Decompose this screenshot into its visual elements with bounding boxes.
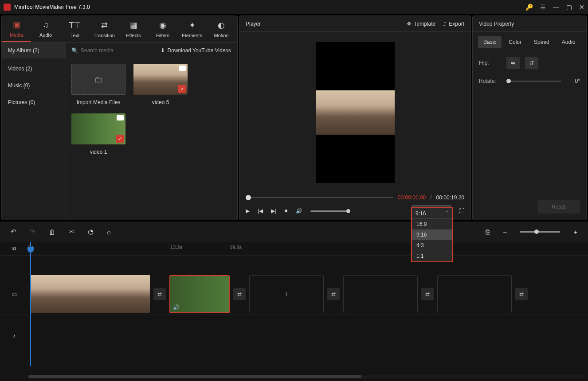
scrubber-handle[interactable]	[246, 195, 251, 200]
tab-text[interactable]: T⊤Text	[60, 16, 90, 42]
menu-icon[interactable]: ☰	[540, 4, 546, 11]
empty-clip-slot[interactable]	[437, 275, 512, 313]
ratio-option-9-16[interactable]: 9:16	[412, 229, 452, 240]
prop-tab-audio[interactable]: Audio	[557, 36, 581, 48]
flip-horizontal-icon: ⇋	[511, 60, 515, 66]
prev-frame-icon[interactable]: |◀	[258, 208, 263, 214]
music-note-icon: ♫	[43, 20, 49, 30]
prop-tab-basic[interactable]: Basic	[478, 36, 502, 48]
rotate-handle[interactable]	[506, 79, 511, 83]
ruler-tick: 19.8s	[230, 245, 242, 250]
prop-tab-color[interactable]: Color	[503, 36, 527, 48]
sidebar-item-videos[interactable]: Videos (2)	[2, 60, 66, 77]
tab-elements[interactable]: ✦Elements	[177, 16, 207, 42]
flip-horizontal-button[interactable]: ⇋	[506, 57, 520, 69]
stop-icon[interactable]: ■	[284, 208, 287, 214]
ratio-option-4-3[interactable]: 4:3	[412, 240, 452, 251]
media-item-video5[interactable]: ✓ video 5	[133, 64, 188, 105]
redo-icon[interactable]: ↷	[30, 228, 35, 236]
transition-slot[interactable]: ⇄	[421, 288, 434, 300]
folder-open-icon: 🗀	[94, 74, 103, 85]
minimize-icon[interactable]: —	[553, 4, 559, 11]
volume-icon[interactable]: 🔊	[296, 208, 302, 214]
preview-canvas	[316, 42, 395, 183]
search-media[interactable]: 🔍	[66, 47, 154, 54]
transition-slot[interactable]: ⇄	[515, 288, 528, 300]
media-label: video 5	[152, 99, 169, 105]
media-panel: ▣Media ♫Audio T⊤Text ⇄Transition ▦Effect…	[1, 16, 238, 220]
rotate-label: Rotate:	[479, 78, 501, 84]
split-icon[interactable]: ✂	[69, 228, 74, 236]
check-icon: ✓	[178, 85, 186, 93]
search-input[interactable]	[81, 47, 147, 54]
rotate-slider[interactable]	[506, 81, 561, 82]
scrubber[interactable]: 00:00:00.00 / 00:00:19.20	[239, 193, 470, 202]
fit-icon[interactable]: ⎘	[486, 228, 490, 236]
play-icon[interactable]: ▶	[246, 208, 250, 214]
template-button[interactable]: ❖Template	[407, 21, 436, 27]
undo-icon[interactable]: ↶	[11, 228, 16, 236]
tab-motion[interactable]: ◐Motion	[207, 16, 236, 42]
preview-frame	[316, 90, 395, 135]
transition-slot[interactable]: ⇄	[233, 288, 246, 300]
export-icon: ⤴	[443, 21, 446, 27]
volume-slider[interactable]	[310, 210, 350, 212]
clip-video1[interactable]: 🔊	[169, 275, 230, 313]
empty-clip-slot[interactable]	[343, 275, 418, 313]
import-media-button[interactable]: 🗀 Import Media Files	[71, 64, 125, 105]
empty-clip-slot[interactable]: ⬇	[249, 275, 324, 313]
reset-button[interactable]: Reset	[537, 200, 580, 214]
fullscreen-icon[interactable]: ⛶	[459, 208, 464, 214]
ratio-option-16-9[interactable]: 16:9	[412, 219, 452, 229]
zoom-in-icon[interactable]: +	[573, 228, 577, 236]
time-separator: /	[430, 194, 431, 201]
timeline-scrollbar[interactable]	[28, 375, 584, 378]
delete-icon[interactable]: 🗑	[49, 228, 55, 236]
flip-vertical-button[interactable]: ⇵	[525, 57, 538, 69]
effects-icon: ▦	[130, 20, 137, 30]
zoom-handle[interactable]	[534, 229, 539, 234]
tab-effects[interactable]: ▦Effects	[119, 16, 148, 42]
player-title: Player	[246, 21, 399, 27]
filters-icon: ◉	[159, 20, 166, 30]
ratio-option-1-1[interactable]: 1:1	[412, 251, 452, 261]
tab-media[interactable]: ▣Media	[2, 16, 31, 42]
ratio-dropdown-header[interactable]: 9:16˅	[412, 208, 452, 219]
tab-audio[interactable]: ♫Audio	[31, 16, 60, 42]
player-panel: Player ❖Template ⤴Export 00:00:00.00 / 0…	[239, 16, 471, 220]
playhead[interactable]	[30, 242, 31, 366]
export-button[interactable]: ⤴Export	[443, 21, 464, 27]
audio-track-icon: ♪	[13, 333, 16, 339]
media-item-video1[interactable]: ✓ video 1	[71, 113, 125, 155]
transition-slot[interactable]: ⇄	[327, 288, 340, 300]
prop-tab-speed[interactable]: Speed	[529, 36, 555, 48]
scrubber-track[interactable]	[246, 197, 393, 198]
audio-track: ♪	[0, 315, 588, 356]
speed-icon[interactable]: ◔	[88, 228, 94, 236]
download-youtube-button[interactable]: ⬇ Download YouTube Videos	[154, 47, 237, 54]
track-add-icon[interactable]: ⧉	[12, 245, 16, 252]
next-frame-icon[interactable]: ▶|	[271, 208, 276, 214]
sidebar-item-pictures[interactable]: Pictures (0)	[2, 94, 66, 111]
timeline-ruler[interactable]: 0s 13.2s 19.8s	[28, 242, 588, 255]
crop-icon[interactable]: ⌂	[107, 228, 111, 236]
tab-filters[interactable]: ◉Filters	[148, 16, 177, 42]
clip-video5[interactable]	[30, 275, 150, 313]
tab-transition[interactable]: ⇄Transition	[90, 16, 119, 42]
close-icon[interactable]: ✕	[579, 4, 584, 11]
timeline: ⧉ 0s 13.2s 19.8s ▭ ⇄ 🔊 ⇄ ⬇ ⇄ ⇄ ⇄ ♪	[0, 242, 588, 381]
zoom-slider[interactable]	[520, 231, 560, 233]
maximize-icon[interactable]: ▢	[566, 4, 572, 11]
titlebar: MiniTool MovieMaker Free 7.3.0 🔑 ☰ — ▢ ✕	[0, 0, 588, 14]
volume-handle[interactable]	[346, 209, 350, 213]
album-tab[interactable]: My Album (2)	[2, 43, 66, 58]
download-icon: ⬇	[161, 47, 165, 54]
timeline-toolbar: ↶ ↷ 🗑 ✂ ◔ ⌂ ⎘ − +	[0, 222, 588, 242]
sidebar-item-music[interactable]: Music (0)	[2, 77, 66, 94]
zoom-out-icon[interactable]: −	[503, 228, 507, 236]
key-icon[interactable]: 🔑	[525, 4, 533, 11]
scrollbar-thumb[interactable]	[28, 375, 361, 378]
folder-icon: ▣	[13, 20, 20, 30]
transition-slot[interactable]: ⇄	[153, 288, 166, 300]
transition-icon: ⇄	[101, 20, 108, 30]
